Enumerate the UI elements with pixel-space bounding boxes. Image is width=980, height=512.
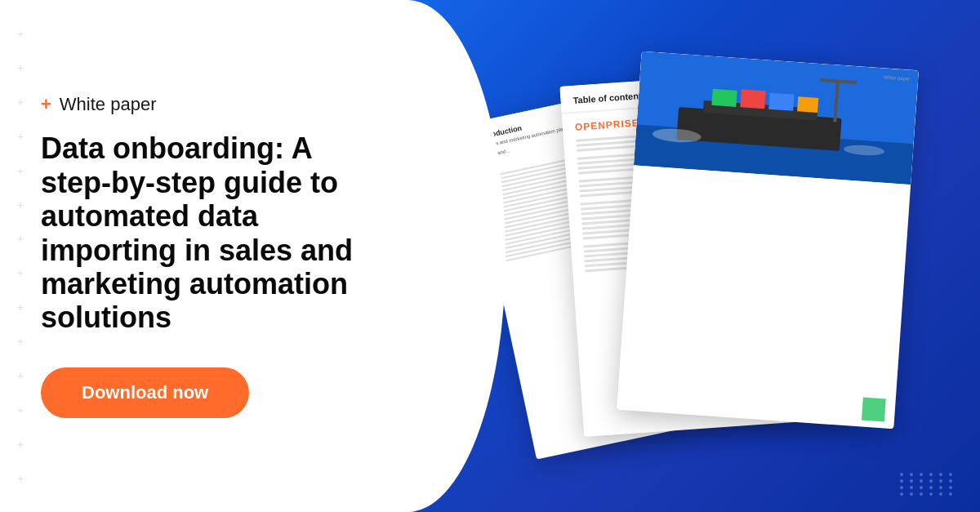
grid-plus-10: +	[0, 336, 41, 347]
svg-rect-4	[711, 88, 737, 106]
grid-plus-11: +	[0, 370, 41, 381]
grid-plus-6: +	[0, 199, 41, 211]
svg-rect-5	[740, 89, 765, 109]
dot-pattern	[900, 473, 956, 496]
svg-rect-7	[797, 96, 818, 113]
badge-label: White paper	[60, 94, 157, 115]
curve-separator	[408, 0, 506, 512]
grid-plus-3: +	[0, 96, 41, 108]
grid-plus-7: +	[0, 233, 41, 244]
grid-plus-5: +	[0, 165, 41, 176]
download-button[interactable]: Download now	[41, 367, 249, 418]
main-title: Data onboarding: A step-by-step guide to…	[41, 131, 376, 334]
svg-rect-6	[768, 92, 794, 110]
green-accent	[862, 397, 886, 421]
badge-plus-icon: +	[41, 96, 51, 114]
grid-plus-1: +	[0, 28, 41, 39]
right-section: Introduction of sales and marketing auto…	[408, 0, 980, 512]
plus-grid: + + + + + + + + + + + + + +	[0, 0, 41, 512]
grid-plus-13: +	[0, 439, 41, 450]
grid-plus-14: +	[0, 473, 41, 484]
cover-image-area	[642, 51, 919, 70]
left-section: + + + + + + + + + + + + + + + White pape…	[0, 0, 408, 512]
documents-stack: Introduction of sales and marketing auto…	[523, 52, 915, 461]
white-paper-badge: + White paper	[41, 94, 376, 115]
grid-plus-9: +	[0, 301, 41, 313]
grid-plus-8: +	[0, 267, 41, 278]
grid-plus-12: +	[0, 404, 41, 416]
grid-plus-2: +	[0, 62, 41, 73]
page-container: + + + + + + + + + + + + + + + White pape…	[0, 0, 980, 512]
document-front: White paper OPENPRISE Data onboarding: a…	[617, 51, 919, 429]
grid-plus-4: +	[0, 131, 41, 142]
